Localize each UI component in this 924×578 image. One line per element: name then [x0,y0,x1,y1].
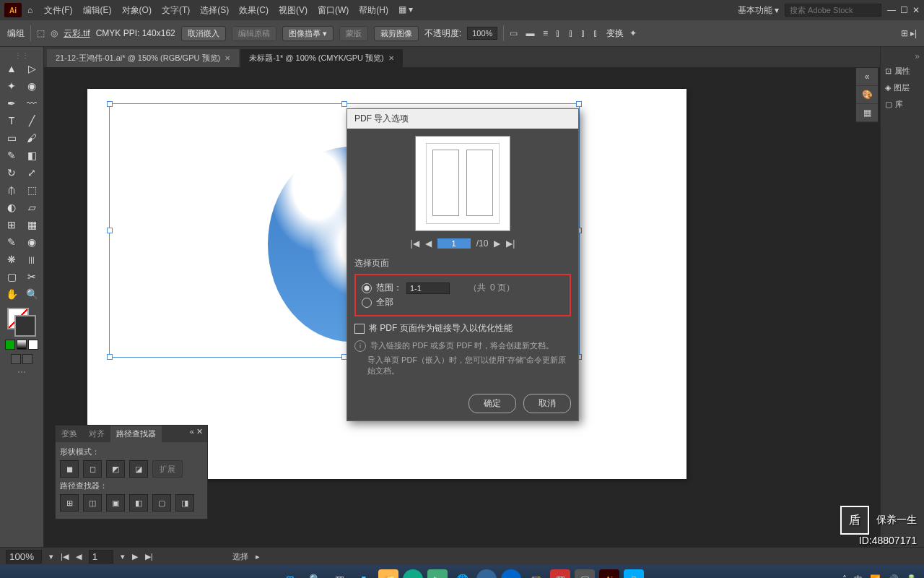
shaper-tool[interactable]: ✎ [2,147,21,163]
battery-icon[interactable]: 🔋 [906,574,917,578]
eyedropper-tool[interactable]: ✎ [2,234,21,250]
embed-icon[interactable]: ⬚ [37,28,45,38]
edit-toolbar-button[interactable]: ⋯ [17,367,26,377]
start-button[interactable]: ⊞ [280,569,300,578]
eraser-tool[interactable]: ◧ [22,147,41,163]
menu-help[interactable]: 帮助(H) [359,4,388,17]
scale-tool[interactable]: ⤢ [22,165,41,181]
app-icon-7[interactable]: ▯ [624,569,644,578]
line-tool[interactable]: ╱ [22,113,41,129]
lasso-tool[interactable]: ◉ [22,78,41,94]
outline-button[interactable]: ▢ [152,494,171,512]
search-icon[interactable]: 🔍 [305,569,325,578]
close-button[interactable]: ✕ [912,5,920,15]
last-page-icon[interactable]: ▶| [506,238,515,249]
rectangle-tool[interactable]: ▭ [2,130,21,146]
linked-filename[interactable]: 云彩.tif [64,27,90,40]
all-radio[interactable] [362,298,372,308]
app-icon-2[interactable] [476,569,497,578]
swatches-panel-icon[interactable]: ▦ [856,104,878,122]
close-icon[interactable]: ✕ [388,54,394,62]
cancel-button[interactable]: 取消 [523,394,571,413]
graph-tool[interactable]: ⫼ [22,251,41,267]
perspective-tool[interactable]: ▱ [22,199,41,215]
menu-file[interactable]: 文件(F) [44,4,72,17]
artboard-next-icon[interactable]: ▶ [132,552,138,561]
magic-wand-tool[interactable]: ✦ [2,78,21,94]
floating-color-panel[interactable]: « 🎨 ▦ [855,67,879,123]
artboard-number-input[interactable] [89,550,113,564]
rotate-tool[interactable]: ↻ [2,165,21,181]
app-icon-5[interactable]: ▦ [550,569,570,578]
effects-icon[interactable]: ✦ [629,28,637,38]
workspace-switcher[interactable]: 基本功能 ▾ [738,4,779,17]
app-icon-6[interactable]: ▢ [575,569,595,578]
prev-page-icon[interactable]: ◀ [425,238,432,249]
artboard-first-icon[interactable]: |◀ [61,552,69,561]
tray-chevron-icon[interactable]: ˄ [842,574,847,578]
properties-panel-button[interactable]: ⊡属性 [881,63,924,79]
exclude-button[interactable]: ◪ [129,460,148,478]
volume-icon[interactable]: 🔊 [888,574,899,578]
target-icon[interactable]: ◎ [51,28,58,38]
pen-tool[interactable]: ✒ [2,95,21,111]
task-view-icon[interactable]: ▦ [329,569,349,578]
mesh-tool[interactable]: ⊞ [2,217,21,233]
paintbrush-tool[interactable]: 🖌 [22,130,41,146]
merge-button[interactable]: ▣ [106,494,125,512]
slice-tool[interactable]: ✂ [22,269,41,285]
zoom-tool[interactable]: 🔍 [22,286,41,302]
artboard-prev-icon[interactable]: ◀ [76,552,82,561]
unite-button[interactable]: ◼ [60,460,79,478]
ok-button[interactable]: 确定 [468,394,516,413]
illustrator-taskbar-icon[interactable]: Ai [599,569,619,578]
zoom-input[interactable] [6,550,42,564]
color-mode-buttons[interactable] [5,340,38,350]
arrange-icon[interactable]: ▦ ▾ [398,4,413,17]
menu-object[interactable]: 对象(O) [122,4,152,17]
selection-tool[interactable]: ▲ [2,61,21,77]
edge-icon[interactable] [403,569,423,578]
free-transform-tool[interactable]: ⬚ [22,182,41,198]
fill-stroke-swatch[interactable] [7,308,36,337]
minus-front-button[interactable]: ◻ [83,460,102,478]
curvature-tool[interactable]: 〰 [22,95,41,111]
chrome-icon[interactable]: 🌐 [452,569,472,578]
search-stock-input[interactable] [785,4,881,17]
link-checkbox[interactable] [354,324,365,334]
maximize-button[interactable]: ☐ [900,5,908,15]
artboard-dropdown-icon[interactable]: ▾ [121,552,125,561]
menu-effect[interactable]: 效果(C) [239,4,269,17]
page-number-input[interactable] [437,238,471,249]
gradient-tool[interactable]: ▦ [22,217,41,233]
panel-collapse-icon[interactable]: « [856,68,878,86]
libraries-panel-button[interactable]: ▢库 [881,96,924,113]
app-icon-4[interactable]: 🎮 [526,569,546,578]
direct-selection-tool[interactable]: ▷ [22,61,41,77]
trim-button[interactable]: ◫ [83,494,102,512]
crop-button[interactable]: 裁剪图像 [374,26,419,41]
menu-edit[interactable]: 编辑(E) [83,4,112,17]
minimize-button[interactable]: — [887,5,896,15]
width-tool[interactable]: ⫛ [2,182,21,198]
ime-indicator[interactable]: 中 [854,574,863,579]
tab-pathfinder[interactable]: 路径查找器 [110,426,162,442]
app-icon-3[interactable] [501,569,521,578]
panel-toggle-icon[interactable]: ⊞ ▸| [901,28,917,38]
tab-doc-2[interactable]: 未标题-1* @ 100% (CMYK/GPU 预览)✕ [240,49,403,67]
tab-align[interactable]: 对齐 [83,426,110,442]
cancel-embed-button[interactable]: 取消嵌入 [181,26,226,41]
symbol-sprayer-tool[interactable]: ❋ [2,251,21,267]
screen-mode-buttons[interactable] [11,354,32,364]
wifi-icon[interactable]: 📶 [870,574,881,578]
range-radio[interactable] [362,283,372,293]
image-trace-button[interactable]: 图像描摹 ▾ [282,26,334,41]
zoom-dropdown-icon[interactable]: ▾ [49,552,53,561]
menu-window[interactable]: 窗口(W) [318,4,349,17]
explorer-icon[interactable]: 📁 [378,569,398,578]
divide-button[interactable]: ⊞ [60,494,79,512]
toolbox-drag-handle[interactable]: ⋮⋮ [0,50,43,61]
home-icon[interactable]: ⌂ [27,5,32,15]
type-tool[interactable]: T [2,113,21,129]
minus-back-button[interactable]: ◨ [175,494,194,512]
